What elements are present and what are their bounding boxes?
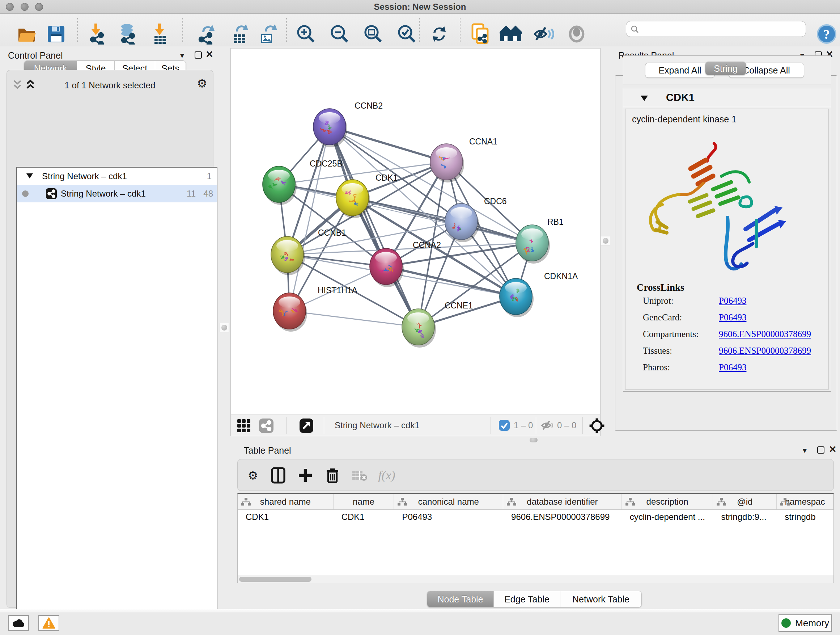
tab-node-table[interactable]: Node Table bbox=[427, 591, 494, 607]
create-column-icon[interactable] bbox=[298, 468, 313, 483]
table-row[interactable]: CDK1CDK1P064939606.ENSP00000378699cyclin… bbox=[238, 510, 834, 524]
cdk1-section-header[interactable]: CDK1 bbox=[623, 88, 831, 107]
network-badge-gray-icon[interactable] bbox=[259, 418, 273, 433]
column-header--id[interactable]: @id bbox=[713, 494, 777, 509]
zoom-selected-icon[interactable] bbox=[397, 24, 417, 44]
table-cell[interactable]: CDK1 bbox=[238, 510, 333, 524]
network-selection-status: 1 of 1 Network selected bbox=[7, 80, 213, 90]
network-node-RB1[interactable] bbox=[516, 225, 550, 264]
show-columns-icon[interactable] bbox=[271, 467, 286, 484]
node-label-HIST1H1A: HIST1H1A bbox=[317, 286, 358, 295]
network-node-CCNA1[interactable] bbox=[430, 144, 464, 182]
zoom-fit-icon[interactable] bbox=[363, 24, 383, 44]
cdk1-result-section: CDK1 cyclin-dependent kinase 1 bbox=[623, 88, 831, 392]
network-collection-row[interactable]: String Network – cdk1 1 bbox=[17, 168, 217, 185]
warning-icon bbox=[42, 617, 55, 629]
network-node-CCNB2[interactable] bbox=[313, 109, 347, 147]
refresh-icon[interactable] bbox=[430, 25, 448, 43]
left-splitter-handle[interactable] bbox=[219, 323, 229, 333]
panel-close-icon[interactable]: ✕ bbox=[829, 445, 837, 454]
import-network-file-icon[interactable] bbox=[87, 24, 107, 44]
panel-menu-icon[interactable]: ▼ bbox=[801, 446, 808, 455]
tab-network-table[interactable]: Network Table bbox=[561, 591, 641, 607]
column-header-canonical-name[interactable]: canonical name bbox=[394, 494, 503, 509]
table-cell[interactable]: stringdb bbox=[777, 510, 834, 524]
hidden-node-edge-count: 0 – 0 bbox=[557, 420, 576, 431]
section-collapse-icon[interactable] bbox=[641, 96, 648, 101]
export-table-icon[interactable] bbox=[230, 24, 249, 44]
birdseye-toggle-icon[interactable] bbox=[567, 25, 586, 43]
tab-string[interactable]: String bbox=[706, 62, 746, 75]
search-input[interactable] bbox=[642, 22, 801, 36]
network-node-CDK1[interactable] bbox=[336, 180, 370, 218]
panel-float-icon[interactable] bbox=[817, 447, 824, 454]
selected-checkbox-icon[interactable] bbox=[499, 420, 510, 431]
table-panel: Table Panel ▼ ✕ ⚙ f(x) shared namenameca… bbox=[234, 442, 837, 610]
warning-status-button[interactable] bbox=[38, 615, 59, 631]
network-canvas[interactable]: CCNB2CCNA1CDC25BCDK1CDC6RB1CCNB1CCNA2CDK… bbox=[231, 49, 600, 415]
import-network-database-icon[interactable] bbox=[118, 24, 138, 44]
home-networks-icon[interactable] bbox=[500, 25, 522, 43]
bottom-splitter-handle[interactable] bbox=[530, 438, 538, 442]
memory-button[interactable]: Memory bbox=[778, 614, 832, 632]
fit-selected-crosshair-icon[interactable] bbox=[589, 418, 605, 434]
network-edge[interactable] bbox=[279, 162, 447, 184]
table-cell[interactable]: cyclin-dependent ... bbox=[622, 510, 714, 524]
tree-expander-icon[interactable] bbox=[27, 173, 33, 179]
crosslink-value-link[interactable]: 9606.ENSP00000378699 bbox=[719, 346, 811, 356]
network-node-CDKN1A[interactable] bbox=[500, 279, 534, 317]
control-panel: Control Panel ▼ ✕ Network Style Select S… bbox=[3, 48, 217, 610]
delete-column-trash-icon[interactable] bbox=[325, 467, 339, 483]
column-header-description[interactable]: description bbox=[622, 494, 714, 509]
tab-edge-table[interactable]: Edge Table bbox=[494, 591, 561, 607]
panel-float-icon[interactable] bbox=[195, 51, 202, 59]
column-header-namespac[interactable]: namespac bbox=[777, 494, 834, 509]
table-cell[interactable]: stringdb:9... bbox=[713, 510, 777, 524]
control-panel-title: Control Panel bbox=[8, 50, 63, 61]
network-node-CDC25B[interactable] bbox=[263, 166, 297, 205]
zoom-out-icon[interactable] bbox=[330, 24, 349, 44]
open-session-icon[interactable] bbox=[17, 26, 36, 42]
column-header-name[interactable]: name bbox=[333, 494, 394, 509]
hide-glass-pane-icon[interactable] bbox=[533, 25, 554, 43]
detach-view-icon[interactable] bbox=[300, 418, 313, 433]
import-table-icon[interactable] bbox=[150, 24, 170, 44]
export-image-icon[interactable] bbox=[258, 24, 278, 44]
grid-view-icon[interactable] bbox=[237, 418, 251, 433]
export-network-icon[interactable] bbox=[196, 24, 216, 44]
network-view-toolbar: String Network – cdk1 1 – 0 0 – 0 bbox=[231, 415, 600, 436]
crosslink-value-link[interactable]: P06493 bbox=[719, 296, 746, 306]
crosslink-value-link[interactable]: P06493 bbox=[719, 312, 746, 323]
network-node-CCNE1[interactable] bbox=[402, 309, 436, 348]
right-splitter-handle[interactable] bbox=[601, 236, 610, 245]
column-header-database-identifier[interactable]: database identifier bbox=[503, 494, 622, 509]
table-horizontal-scrollbar[interactable] bbox=[238, 575, 834, 583]
crosslink-row: Tissues:9606.ENSP00000378699 bbox=[625, 346, 829, 363]
crosslink-value-link[interactable]: P06493 bbox=[719, 363, 746, 372]
network-edge[interactable] bbox=[279, 184, 461, 222]
scrollbar-thumb[interactable] bbox=[239, 577, 311, 582]
save-session-icon[interactable] bbox=[47, 25, 65, 43]
column-header-shared-name[interactable]: shared name bbox=[238, 494, 333, 509]
network-row-selected[interactable]: String Network – cdk1 11 48 bbox=[17, 185, 217, 203]
help-icon[interactable]: ? bbox=[816, 24, 837, 44]
expand-all-button[interactable]: Expand All bbox=[645, 63, 715, 78]
crosslink-value-link[interactable]: 9606.ENSP00000378699 bbox=[719, 329, 811, 339]
clone-network-icon[interactable] bbox=[470, 23, 491, 45]
table-cell[interactable]: 9606.ENSP00000378699 bbox=[503, 510, 622, 524]
cloud-status-button[interactable] bbox=[8, 615, 29, 631]
column-header-label: @id bbox=[737, 497, 752, 507]
table-cell[interactable]: P06493 bbox=[394, 510, 503, 524]
network-node-HIST1H1A[interactable] bbox=[273, 293, 307, 332]
network-node-CCNA2[interactable] bbox=[370, 249, 404, 287]
zoom-in-icon[interactable] bbox=[296, 24, 316, 44]
panel-close-icon[interactable]: ✕ bbox=[205, 50, 213, 59]
table-cell[interactable]: CDK1 bbox=[333, 510, 394, 524]
network-options-gear-icon[interactable]: ⚙ bbox=[197, 78, 207, 89]
network-edge[interactable] bbox=[330, 127, 418, 327]
panel-menu-icon[interactable]: ▼ bbox=[179, 51, 186, 60]
column-header-label: namespac bbox=[785, 497, 825, 507]
search-field[interactable] bbox=[626, 21, 806, 37]
network-edge[interactable] bbox=[289, 311, 418, 327]
table-options-gear-icon[interactable]: ⚙ bbox=[248, 470, 258, 481]
